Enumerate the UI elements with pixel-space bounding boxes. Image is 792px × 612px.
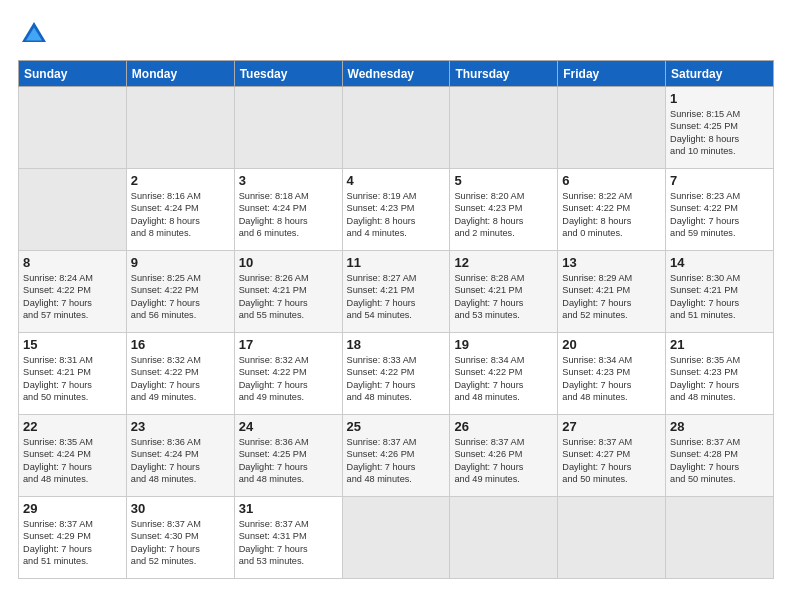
- calendar-day-30: 30Sunrise: 8:37 AM Sunset: 4:30 PM Dayli…: [126, 497, 234, 579]
- empty-cell: [342, 497, 450, 579]
- calendar-week-2: 8Sunrise: 8:24 AM Sunset: 4:22 PM Daylig…: [19, 251, 774, 333]
- column-header-sunday: Sunday: [19, 61, 127, 87]
- calendar-week-3: 15Sunrise: 8:31 AM Sunset: 4:21 PM Dayli…: [19, 333, 774, 415]
- calendar-day-1: 1Sunrise: 8:15 AM Sunset: 4:25 PM Daylig…: [666, 87, 774, 169]
- calendar-day-21: 21Sunrise: 8:35 AM Sunset: 4:23 PM Dayli…: [666, 333, 774, 415]
- logo-icon: [18, 18, 50, 50]
- empty-cell: [126, 87, 234, 169]
- calendar-week-4: 22Sunrise: 8:35 AM Sunset: 4:24 PM Dayli…: [19, 415, 774, 497]
- calendar-day-13: 13Sunrise: 8:29 AM Sunset: 4:21 PM Dayli…: [558, 251, 666, 333]
- empty-cell: [19, 87, 127, 169]
- calendar-table: SundayMondayTuesdayWednesdayThursdayFrid…: [18, 60, 774, 579]
- calendar-day-7: 7Sunrise: 8:23 AM Sunset: 4:22 PM Daylig…: [666, 169, 774, 251]
- column-header-thursday: Thursday: [450, 61, 558, 87]
- calendar-body: 1Sunrise: 8:15 AM Sunset: 4:25 PM Daylig…: [19, 87, 774, 579]
- calendar-day-23: 23Sunrise: 8:36 AM Sunset: 4:24 PM Dayli…: [126, 415, 234, 497]
- empty-cell: [19, 169, 127, 251]
- calendar-day-27: 27Sunrise: 8:37 AM Sunset: 4:27 PM Dayli…: [558, 415, 666, 497]
- calendar-day-3: 3Sunrise: 8:18 AM Sunset: 4:24 PM Daylig…: [234, 169, 342, 251]
- calendar-day-15: 15Sunrise: 8:31 AM Sunset: 4:21 PM Dayli…: [19, 333, 127, 415]
- calendar-day-12: 12Sunrise: 8:28 AM Sunset: 4:21 PM Dayli…: [450, 251, 558, 333]
- calendar-day-9: 9Sunrise: 8:25 AM Sunset: 4:22 PM Daylig…: [126, 251, 234, 333]
- calendar-header: SundayMondayTuesdayWednesdayThursdayFrid…: [19, 61, 774, 87]
- calendar-day-20: 20Sunrise: 8:34 AM Sunset: 4:23 PM Dayli…: [558, 333, 666, 415]
- column-header-monday: Monday: [126, 61, 234, 87]
- calendar-week-1: 2Sunrise: 8:16 AM Sunset: 4:24 PM Daylig…: [19, 169, 774, 251]
- column-header-tuesday: Tuesday: [234, 61, 342, 87]
- calendar-day-6: 6Sunrise: 8:22 AM Sunset: 4:22 PM Daylig…: [558, 169, 666, 251]
- calendar-day-17: 17Sunrise: 8:32 AM Sunset: 4:22 PM Dayli…: [234, 333, 342, 415]
- calendar-day-4: 4Sunrise: 8:19 AM Sunset: 4:23 PM Daylig…: [342, 169, 450, 251]
- calendar-day-26: 26Sunrise: 8:37 AM Sunset: 4:26 PM Dayli…: [450, 415, 558, 497]
- calendar-week-0: 1Sunrise: 8:15 AM Sunset: 4:25 PM Daylig…: [19, 87, 774, 169]
- calendar-day-14: 14Sunrise: 8:30 AM Sunset: 4:21 PM Dayli…: [666, 251, 774, 333]
- column-header-wednesday: Wednesday: [342, 61, 450, 87]
- calendar-day-5: 5Sunrise: 8:20 AM Sunset: 4:23 PM Daylig…: [450, 169, 558, 251]
- calendar-day-29: 29Sunrise: 8:37 AM Sunset: 4:29 PM Dayli…: [19, 497, 127, 579]
- calendar-day-24: 24Sunrise: 8:36 AM Sunset: 4:25 PM Dayli…: [234, 415, 342, 497]
- logo: [18, 18, 54, 50]
- page-container: SundayMondayTuesdayWednesdayThursdayFrid…: [0, 0, 792, 589]
- empty-cell: [558, 497, 666, 579]
- empty-cell: [234, 87, 342, 169]
- calendar-day-25: 25Sunrise: 8:37 AM Sunset: 4:26 PM Dayli…: [342, 415, 450, 497]
- calendar-day-11: 11Sunrise: 8:27 AM Sunset: 4:21 PM Dayli…: [342, 251, 450, 333]
- calendar-day-16: 16Sunrise: 8:32 AM Sunset: 4:22 PM Dayli…: [126, 333, 234, 415]
- empty-cell: [342, 87, 450, 169]
- calendar-day-18: 18Sunrise: 8:33 AM Sunset: 4:22 PM Dayli…: [342, 333, 450, 415]
- column-header-friday: Friday: [558, 61, 666, 87]
- empty-cell: [558, 87, 666, 169]
- calendar-week-5: 29Sunrise: 8:37 AM Sunset: 4:29 PM Dayli…: [19, 497, 774, 579]
- empty-cell: [450, 497, 558, 579]
- calendar-day-28: 28Sunrise: 8:37 AM Sunset: 4:28 PM Dayli…: [666, 415, 774, 497]
- calendar-day-10: 10Sunrise: 8:26 AM Sunset: 4:21 PM Dayli…: [234, 251, 342, 333]
- empty-cell: [450, 87, 558, 169]
- header: [18, 18, 774, 50]
- empty-cell: [666, 497, 774, 579]
- header-row: SundayMondayTuesdayWednesdayThursdayFrid…: [19, 61, 774, 87]
- calendar-day-31: 31Sunrise: 8:37 AM Sunset: 4:31 PM Dayli…: [234, 497, 342, 579]
- calendar-day-8: 8Sunrise: 8:24 AM Sunset: 4:22 PM Daylig…: [19, 251, 127, 333]
- column-header-saturday: Saturday: [666, 61, 774, 87]
- calendar-day-2: 2Sunrise: 8:16 AM Sunset: 4:24 PM Daylig…: [126, 169, 234, 251]
- calendar-day-19: 19Sunrise: 8:34 AM Sunset: 4:22 PM Dayli…: [450, 333, 558, 415]
- calendar-day-22: 22Sunrise: 8:35 AM Sunset: 4:24 PM Dayli…: [19, 415, 127, 497]
